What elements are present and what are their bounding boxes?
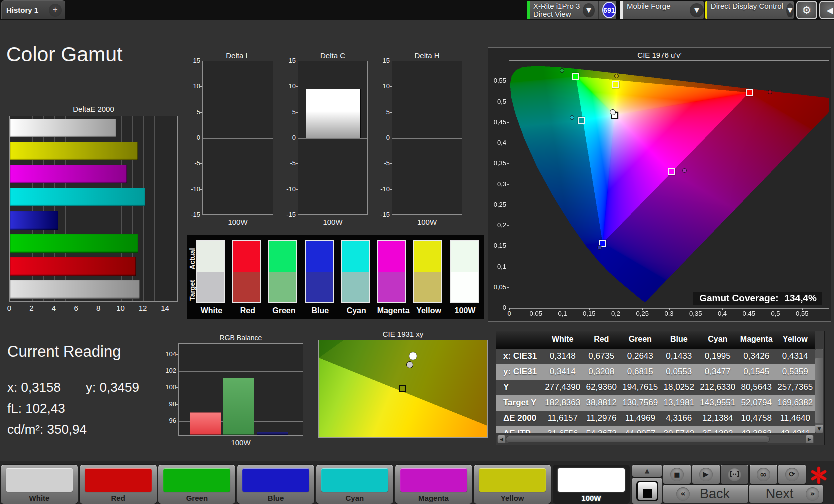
table-row: ΔE ITP31,655654,367344,905730,574235,139… (496, 426, 815, 434)
chevron-down-icon[interactable]: ▼ (786, 4, 794, 18)
tick-mark (200, 215, 202, 216)
table-hscrollbar-thumb[interactable] (506, 436, 770, 443)
collapse-panel-button[interactable]: ◀ (819, 1, 834, 20)
pattern-button-magenta[interactable]: Magenta (395, 465, 472, 504)
stop-icon: ■ (670, 468, 684, 482)
chevron-down-icon[interactable]: ▼ (690, 4, 704, 18)
table-scroll-left-button[interactable]: ◀ (498, 436, 505, 444)
gridline (298, 190, 367, 190)
source-dropdown[interactable]: Mobile Forge ▼ (620, 1, 704, 20)
table-column-header: Yellow (776, 335, 815, 344)
table-column-header: White (543, 335, 582, 344)
tick-mark (507, 184, 509, 185)
delta-y-tick: -10 (373, 186, 390, 193)
pattern-color-patch (85, 468, 152, 492)
tick-mark (563, 308, 563, 310)
table-cell: 0,4314 (776, 352, 815, 362)
table-scroll-right-button[interactable]: ▶ (806, 436, 813, 444)
page-title: Color Gamut (6, 43, 122, 66)
table-cell: 0,5359 (776, 367, 815, 377)
transport-play-button[interactable]: ▶ (692, 465, 720, 484)
gridline (298, 164, 367, 164)
pattern-button-label: 100W (553, 494, 630, 502)
tick-mark (296, 86, 298, 87)
tick-mark (507, 308, 509, 308)
back-button[interactable]: « Back (663, 485, 748, 503)
reading-fl: fL: 102,43 (7, 401, 65, 416)
cie1976-y-tick: 0,55 (489, 77, 506, 84)
table-cell: 38,8812 (582, 398, 621, 408)
plus-icon: + (49, 4, 62, 17)
delta-y-tick: 5 (279, 108, 296, 116)
delta-y-tick: 10 (183, 82, 200, 90)
deltae-x-tick: 0 (2, 304, 17, 312)
table-cell: 11,2976 (582, 414, 621, 424)
add-tab-button[interactable]: + (45, 1, 65, 20)
table-vscrollbar-thumb[interactable] (815, 358, 823, 424)
meter-badge[interactable]: 691 (602, 2, 616, 18)
tick-mark (507, 164, 509, 164)
deltae-x-tick: 10 (113, 304, 128, 312)
pattern-button-white[interactable]: White (1, 465, 78, 504)
table-row-label: y: CIE31 (503, 367, 537, 377)
table-cell: 143,9551 (698, 398, 737, 408)
tab-history-1[interactable]: History 1 (2, 1, 45, 20)
table-column-header: Blue (660, 335, 699, 344)
cie1976-y-tick: 0,2 (489, 222, 506, 229)
tick-mark (776, 308, 776, 310)
pattern-button-red[interactable]: Red (80, 465, 157, 504)
table-row-label: x: CIE31 (503, 352, 537, 362)
pattern-window-up-button[interactable]: ▲ (632, 465, 662, 477)
pattern-button-blue[interactable]: Blue (237, 465, 314, 504)
cie1976-y-tick: 0,15 (489, 242, 506, 250)
swatch-green (268, 240, 297, 304)
transport-loop-button[interactable]: ∞ (750, 465, 777, 484)
settings-button[interactable]: ⚙ (796, 1, 817, 20)
deltae-x-tick: 4 (46, 304, 61, 312)
tick-mark (176, 371, 178, 372)
swatch-cyan (341, 240, 370, 304)
gridline (392, 113, 462, 114)
table-cell: 12,1384 (698, 414, 737, 424)
tick-mark (390, 215, 392, 216)
next-button[interactable]: Next » (749, 485, 823, 503)
deltae-chart (9, 116, 178, 302)
table-row: ΔE 200011,615711,297611,49694,316612,138… (496, 411, 815, 426)
swatch-magenta (377, 240, 406, 304)
meter-dropdown[interactable]: X-Rite i1Pro 3 Direct View ▼ 691 (527, 1, 616, 20)
pattern-button-label: Yellow (474, 494, 551, 502)
pattern-button-green[interactable]: Green (158, 465, 235, 504)
pattern-button-yellow[interactable]: Yellow (474, 465, 551, 504)
display-control-dropdown[interactable]: Direct Display Control ▼ (705, 1, 794, 20)
divider (598, 1, 599, 20)
series-icon: [··] (728, 468, 741, 482)
pattern-button-label: Blue (237, 494, 314, 502)
swatch-label: Green (268, 306, 299, 316)
swatch-actual (342, 241, 369, 272)
delta-y-tick: 5 (373, 108, 390, 116)
pattern-button-cyan[interactable]: Cyan (316, 465, 393, 504)
transport-series-button[interactable]: [··] (721, 465, 748, 484)
source-label: Mobile Forge (627, 2, 671, 10)
pattern-window-button[interactable] (632, 478, 662, 504)
tick-mark (642, 308, 643, 310)
pattern-bar: WhiteRedGreenBlueCyanMagentaYellow100W ▲… (0, 461, 834, 504)
tick-mark (296, 112, 298, 113)
cie1976-x-tick: 0,05 (525, 310, 547, 318)
delta-chart-title: Delta L (202, 52, 273, 60)
chevron-down-icon[interactable]: ▼ (583, 4, 595, 18)
transport-refresh-button[interactable]: ⟳ (778, 465, 806, 484)
table-row: y: CIE310,34140,32080,68150,05530,34770,… (496, 364, 815, 380)
table-scroll-down-button[interactable]: ▼ (815, 425, 823, 433)
delta-chart-delta-c (298, 61, 368, 215)
pattern-button-100w[interactable]: 100W (553, 465, 630, 504)
gridline (203, 87, 273, 88)
pattern-color-patch (400, 468, 467, 492)
transport-stop-button[interactable]: ■ (663, 465, 691, 484)
table-column-header: Red (582, 335, 621, 344)
tick-mark (749, 308, 749, 310)
swatch-label: White (196, 306, 227, 316)
deltae-bar-cyan (10, 188, 145, 206)
table-header: WhiteRedGreenBlueCyanMagentaYellow (496, 332, 815, 349)
tick-mark (296, 138, 298, 138)
